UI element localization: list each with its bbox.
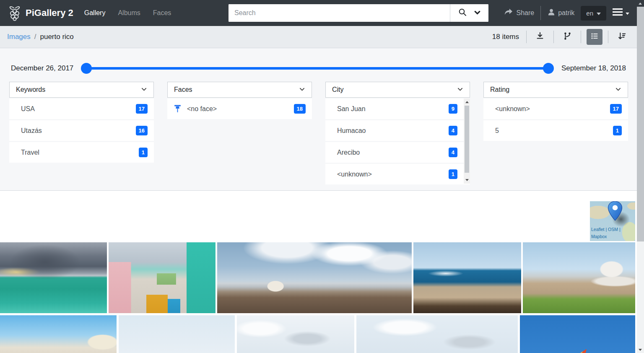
user-menu[interactable]: patrik <box>547 8 574 18</box>
slider-handle-start[interactable] <box>81 63 92 74</box>
nav-gallery[interactable]: Gallery <box>84 9 106 17</box>
filter-faces-header[interactable]: Faces <box>167 82 312 98</box>
filter-option[interactable]: 5 1 <box>483 120 628 141</box>
slider-track[interactable] <box>83 67 552 70</box>
brand-title: PiGallery 2 <box>26 8 73 18</box>
filter-rating: Rating <unknown> 17 5 1 <box>483 82 628 141</box>
count-badge: 4 <box>449 148 457 157</box>
items-count: 18 items <box>492 33 519 41</box>
photo-thumbnail[interactable] <box>109 242 216 313</box>
scrollbar-thumb[interactable] <box>637 7 644 241</box>
filter-option-label: Arecibo <box>337 149 360 156</box>
filter-option[interactable]: <unknown> 17 <box>483 99 628 119</box>
photo-thumbnail[interactable] <box>237 315 354 353</box>
chevron-down-icon <box>626 9 629 17</box>
chevron-down-icon <box>615 86 621 94</box>
photo-grid-row-1 <box>0 242 635 313</box>
divider <box>526 31 527 43</box>
share-button[interactable]: Share <box>504 8 534 18</box>
filter-faces: Faces <no face> <box>167 82 312 119</box>
pushpin-icon <box>174 104 182 113</box>
filter-option[interactable]: Travel 1 <box>9 142 154 163</box>
filter-keywords-header[interactable]: Keywords <box>9 82 154 98</box>
filter-option[interactable]: <unknown> 1 <box>325 164 470 184</box>
city-list-scrollbar[interactable] <box>464 99 470 184</box>
map-attribution: Leaflet | OSM | Mapbox <box>591 226 621 240</box>
slider[interactable] <box>83 63 552 74</box>
app-menu-button[interactable] <box>613 8 629 18</box>
toolbar: 18 items <box>492 29 630 45</box>
scrollbar-thumb[interactable] <box>465 106 469 173</box>
flatten-directories-button[interactable] <box>559 29 575 45</box>
search-input[interactable] <box>229 4 450 22</box>
filter-option-label: USA <box>21 105 35 113</box>
sort-button[interactable] <box>614 29 630 45</box>
scroll-up-arrow-icon[interactable] <box>465 101 469 103</box>
raspberry-logo-icon <box>8 5 22 21</box>
chevron-down-icon <box>597 10 601 17</box>
photo-thumbnail[interactable] <box>356 315 518 353</box>
filter-title: Faces <box>174 86 192 93</box>
filter-option[interactable]: Utazás 16 <box>9 120 154 141</box>
download-icon <box>535 31 545 42</box>
filter-option[interactable]: Humacao 4 <box>325 120 470 141</box>
filter-keywords: Keywords USA 17 Utazás 16 Travel <box>9 82 154 163</box>
sort-descending-icon <box>617 31 626 42</box>
filter-option[interactable]: San Juan 9 <box>325 99 470 119</box>
divider <box>581 31 581 43</box>
divider <box>608 31 608 43</box>
count-badge: 9 <box>449 104 457 114</box>
page-scrollbar[interactable] <box>637 0 644 353</box>
breadcrumb-root-link[interactable]: Images <box>7 33 31 41</box>
search-options-chevron-icon[interactable] <box>474 9 481 18</box>
breadcrumb: Images / puerto rico <box>7 33 74 41</box>
filter-option[interactable]: USA 17 <box>9 99 154 119</box>
filter-option-label: <unknown> <box>495 105 530 113</box>
main-nav: Gallery Albums Faces <box>84 9 171 17</box>
filter-option[interactable]: Arecibo 4 <box>325 142 470 163</box>
filter-view-toggle-button[interactable] <box>587 29 602 45</box>
count-badge: 17 <box>610 104 622 114</box>
photo-thumbnail[interactable] <box>217 242 412 313</box>
nav-faces[interactable]: Faces <box>153 9 171 17</box>
photo-thumbnail[interactable] <box>520 315 635 353</box>
filter-city-header[interactable]: City <box>325 82 470 98</box>
filter-option-label: Humacao <box>337 127 366 135</box>
scroll-down-arrow-icon[interactable] <box>465 179 469 181</box>
filter-option-label: <unknown> <box>337 171 372 178</box>
filter-title: Keywords <box>16 86 45 93</box>
map-preview[interactable]: Leaflet | OSM | Mapbox <box>590 201 635 241</box>
scroll-down-arrow-icon[interactable] <box>637 346 644 353</box>
map-pin-icon <box>606 201 624 224</box>
slider-handle-end[interactable] <box>543 63 554 74</box>
filter-rating-header[interactable]: Rating <box>483 82 628 98</box>
share-label: Share <box>516 9 534 17</box>
nav-albums[interactable]: Albums <box>118 9 140 17</box>
photo-thumbnail[interactable] <box>119 315 235 353</box>
filter-option-label: <no face> <box>187 105 217 113</box>
photo-thumbnail[interactable] <box>0 315 117 353</box>
filter-title: Rating <box>490 86 509 93</box>
list-icon <box>590 31 599 42</box>
divider <box>553 31 554 43</box>
filter-option[interactable]: <no face> 18 <box>167 99 312 119</box>
date-range-slider: December 26, 2017 September 18, 2018 <box>0 62 637 75</box>
count-badge: 4 <box>449 126 457 135</box>
kite-shape <box>574 349 589 353</box>
count-badge: 17 <box>136 104 148 114</box>
scroll-up-arrow-icon[interactable] <box>637 0 644 7</box>
filter-option-label: San Juan <box>337 105 366 113</box>
date-start-label: December 26, 2017 <box>11 64 73 73</box>
photo-thumbnail[interactable] <box>0 242 107 313</box>
search-icon[interactable] <box>458 8 467 18</box>
filter-grid: Keywords USA 17 Utazás 16 Travel <box>9 82 628 184</box>
photo-thumbnail[interactable] <box>523 242 635 313</box>
brand[interactable]: PiGallery 2 <box>8 5 73 21</box>
photo-thumbnail[interactable] <box>413 242 521 313</box>
navbar-right: Share patrik en <box>504 6 629 21</box>
breadcrumb-current: puerto rico <box>40 33 73 41</box>
language-value: en <box>586 10 593 17</box>
language-selector[interactable]: en <box>581 6 606 21</box>
download-button[interactable] <box>532 29 548 45</box>
filter-panel: December 26, 2017 September 18, 2018 Key… <box>0 48 637 191</box>
